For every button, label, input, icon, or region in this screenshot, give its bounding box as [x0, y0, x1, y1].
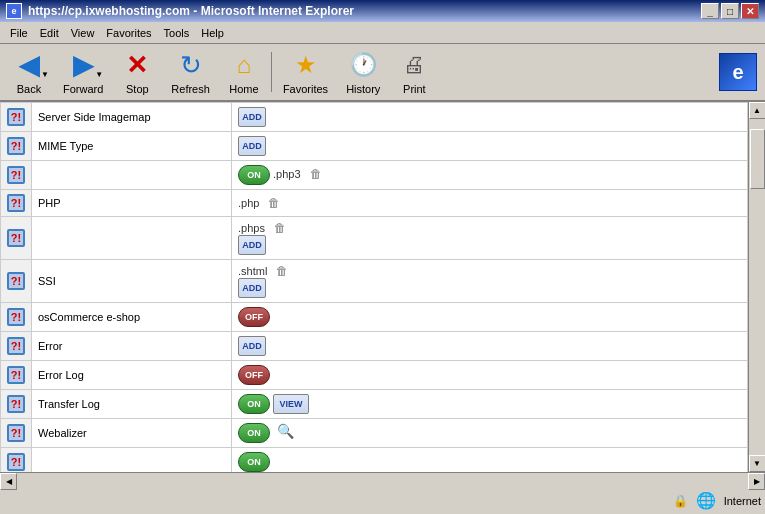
features-table: ?! Server Side Imagemap ADD ?! MIME Type… [0, 102, 748, 472]
print-button[interactable]: 🖨 Print [389, 44, 439, 100]
maximize-button[interactable]: □ [721, 3, 739, 19]
forward-button[interactable]: ▶ ▼ Forward [54, 44, 112, 100]
help-button[interactable]: ?! [7, 194, 25, 212]
history-label: History [346, 83, 380, 95]
table-row: ?! Error ADD [1, 332, 748, 361]
delete-icon[interactable]: 🗑 [268, 196, 280, 210]
row-name [32, 448, 232, 473]
table-row: ?! Transfer Log ON VIEW [1, 390, 748, 419]
view-button[interactable]: VIEW [273, 394, 309, 414]
stop-label: Stop [126, 83, 149, 95]
minimize-button[interactable]: _ [701, 3, 719, 19]
on-button[interactable]: ON [238, 394, 270, 414]
row-name: Error [32, 332, 232, 361]
refresh-button[interactable]: ↻ Refresh [162, 44, 219, 100]
menu-favorites[interactable]: Favorites [100, 25, 157, 41]
row-name: SSI [32, 260, 232, 303]
add-button[interactable]: ADD [238, 136, 266, 156]
print-label: Print [403, 83, 426, 95]
ie-logo: e [719, 53, 757, 91]
window-icon: e [6, 3, 22, 19]
table-row: ?! SSI .shtml 🗑 ADD [1, 260, 748, 303]
lock-icon: 🔒 [673, 494, 688, 508]
table-row: ?! Webalizer ON 🔍 [1, 419, 748, 448]
off-button[interactable]: OFF [238, 365, 270, 385]
add-button[interactable]: ADD [238, 278, 266, 298]
back-button[interactable]: ◀ ▼ Back [4, 44, 54, 100]
history-button[interactable]: 🕐 History [337, 44, 389, 100]
back-dropdown-arrow[interactable]: ▼ [41, 70, 49, 79]
favorites-label: Favorites [283, 83, 328, 95]
delete-icon[interactable]: 🗑 [276, 264, 288, 278]
toolbar-separator [271, 52, 272, 92]
add-button[interactable]: ADD [238, 336, 266, 356]
extension-tag: .php [238, 197, 259, 209]
on-button[interactable]: ON [238, 452, 270, 472]
horizontal-scrollbar: ◀ ▶ [0, 472, 765, 489]
extension-tag: .php3 [273, 168, 301, 180]
row-name [32, 217, 232, 260]
help-button[interactable]: ?! [7, 108, 25, 126]
forward-dropdown-arrow[interactable]: ▼ [95, 70, 103, 79]
scroll-down-button[interactable]: ▼ [749, 455, 766, 472]
ie-status-icon: 🌐 [696, 491, 716, 510]
table-row: ?! ON [1, 448, 748, 473]
row-name: MIME Type [32, 132, 232, 161]
table-row: ?! .phps 🗑 ADD [1, 217, 748, 260]
menu-tools[interactable]: Tools [158, 25, 196, 41]
help-button[interactable]: ?! [7, 137, 25, 155]
menu-view[interactable]: View [65, 25, 101, 41]
menu-edit[interactable]: Edit [34, 25, 65, 41]
help-button[interactable]: ?! [7, 229, 25, 247]
status-bar: 🔒 🌐 Internet [0, 489, 765, 511]
refresh-label: Refresh [171, 83, 210, 95]
main-content: ?! Server Side Imagemap ADD ?! MIME Type… [0, 102, 748, 472]
hscroll-track [17, 473, 748, 490]
row-name: Server Side Imagemap [32, 103, 232, 132]
table-row: ?! ON .php3 🗑 [1, 161, 748, 190]
delete-icon[interactable]: 🗑 [274, 221, 286, 235]
content-wrapper: ?! Server Side Imagemap ADD ?! MIME Type… [0, 102, 765, 472]
table-row: ?! Error Log OFF [1, 361, 748, 390]
help-button[interactable]: ?! [7, 453, 25, 471]
title-bar: e https://cp.ixwebhosting.com - Microsof… [0, 0, 765, 22]
window-controls: _ □ ✕ [701, 3, 759, 19]
status-right: 🔒 🌐 Internet [673, 491, 761, 510]
forward-label: Forward [63, 83, 103, 95]
back-label: Back [17, 83, 41, 95]
help-button[interactable]: ?! [7, 337, 25, 355]
help-button[interactable]: ?! [7, 366, 25, 384]
zone-label: Internet [724, 495, 761, 507]
table-row: ?! Server Side Imagemap ADD [1, 103, 748, 132]
row-name: Transfer Log [32, 390, 232, 419]
menu-help[interactable]: Help [195, 25, 230, 41]
table-row: ?! PHP .php 🗑 [1, 190, 748, 217]
add-button[interactable]: ADD [238, 235, 266, 255]
scroll-left-button[interactable]: ◀ [0, 473, 17, 490]
stop-button[interactable]: ✕ Stop [112, 44, 162, 100]
table-row: ?! osCommerce e-shop OFF [1, 303, 748, 332]
help-button[interactable]: ?! [7, 308, 25, 326]
window-title: https://cp.ixwebhosting.com - Microsoft … [28, 4, 354, 18]
add-button[interactable]: ADD [238, 107, 266, 127]
help-button[interactable]: ?! [7, 272, 25, 290]
search-icon[interactable]: 🔍 [277, 423, 294, 439]
help-button[interactable]: ?! [7, 424, 25, 442]
favorites-button[interactable]: ★ Favorites [274, 44, 337, 100]
scroll-thumb[interactable] [750, 129, 765, 189]
row-name: Webalizer [32, 419, 232, 448]
menu-bar: File Edit View Favorites Tools Help [0, 22, 765, 44]
off-button[interactable]: OFF [238, 307, 270, 327]
vertical-scrollbar: ▲ ▼ [748, 102, 765, 472]
on-button[interactable]: ON [238, 423, 270, 443]
menu-file[interactable]: File [4, 25, 34, 41]
help-button[interactable]: ?! [7, 395, 25, 413]
scroll-up-button[interactable]: ▲ [749, 102, 766, 119]
on-button[interactable]: ON [238, 165, 270, 185]
row-name: osCommerce e-shop [32, 303, 232, 332]
delete-icon[interactable]: 🗑 [310, 167, 322, 181]
close-button[interactable]: ✕ [741, 3, 759, 19]
help-button[interactable]: ?! [7, 166, 25, 184]
scroll-right-button[interactable]: ▶ [748, 473, 765, 490]
home-button[interactable]: ⌂ Home [219, 44, 269, 100]
